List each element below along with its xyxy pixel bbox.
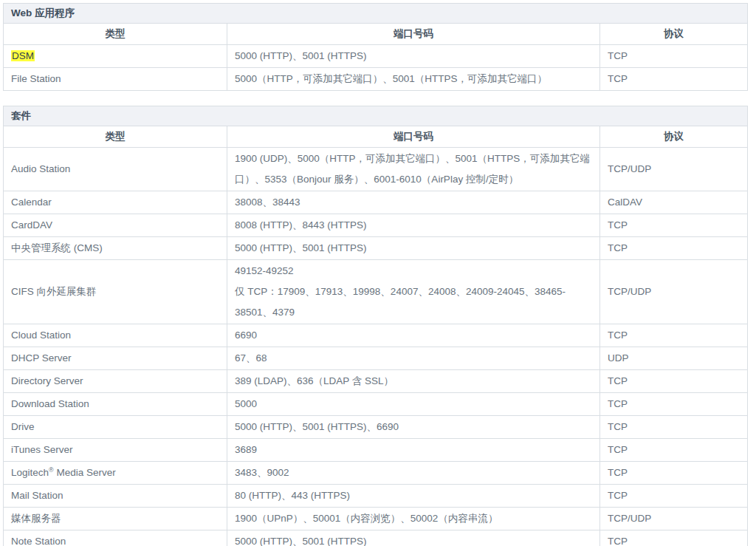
column-header-row: 类型 端口号码 协议 bbox=[4, 24, 748, 45]
ports-cell: 1900 (UDP)、5000（HTTP，可添加其它端口）、5001（HTTPS… bbox=[227, 148, 600, 191]
table-row: CardDAV8008 (HTTP)、8443 (HTTPS)TCP bbox=[4, 214, 748, 237]
web-applications-table: Web 应用程序 类型 端口号码 协议 DSM5000 (HTTP)、5001 … bbox=[3, 3, 748, 91]
protocol-cell: TCP bbox=[600, 416, 748, 439]
table-row: iTunes Server3689TCP bbox=[4, 439, 748, 462]
service-name-cell: Calendar bbox=[4, 191, 227, 214]
table-row: DSM5000 (HTTP)、5001 (HTTPS)TCP bbox=[4, 45, 748, 68]
service-name-cell: Drive bbox=[4, 416, 227, 439]
protocol-cell: TCP/UDP bbox=[600, 260, 748, 324]
table-row: 中央管理系统 (CMS)5000 (HTTP)、5001 (HTTPS)TCP bbox=[4, 237, 748, 260]
column-header-protocol: 协议 bbox=[600, 24, 748, 45]
ports-cell: 5000 (HTTP)、5001 (HTTPS) bbox=[227, 45, 600, 68]
column-header-row: 类型 端口号码 协议 bbox=[4, 126, 748, 148]
registered-trademark-symbol: ® bbox=[49, 466, 54, 474]
section-title-web-apps: Web 应用程序 bbox=[4, 4, 748, 24]
ports-cell: 5000 bbox=[227, 393, 600, 416]
service-name-cell: Cloud Station bbox=[4, 324, 227, 347]
ports-cell: 5000 (HTTP)、5001 (HTTPS) bbox=[227, 237, 600, 260]
ports-cell: 80 (HTTP)、443 (HTTPS) bbox=[227, 485, 600, 508]
column-header-protocol: 协议 bbox=[600, 126, 748, 148]
protocol-cell: CalDAV bbox=[600, 191, 748, 214]
column-header-type: 类型 bbox=[4, 24, 227, 45]
ports-cell: 3689 bbox=[227, 439, 600, 462]
packages-table: 套件 类型 端口号码 协议 Audio Station1900 (UDP)、50… bbox=[3, 106, 748, 546]
port-reference-page: Web 应用程序 类型 端口号码 协议 DSM5000 (HTTP)、5001 … bbox=[0, 0, 756, 546]
protocol-cell: TCP bbox=[600, 214, 748, 237]
service-name-cell: Directory Server bbox=[4, 370, 227, 393]
table-row: DHCP Server67、68UDP bbox=[4, 347, 748, 370]
protocol-cell: TCP bbox=[600, 462, 748, 485]
table-row: Cloud Station6690TCP bbox=[4, 324, 748, 347]
table-row: File Station5000（HTTP，可添加其它端口）、5001（HTTP… bbox=[4, 68, 748, 91]
column-header-type: 类型 bbox=[4, 126, 227, 148]
ports-cell: 5000 (HTTP)、5001 (HTTPS)、6690 bbox=[227, 416, 600, 439]
section-header-row: 套件 bbox=[4, 106, 748, 126]
column-header-ports: 端口号码 bbox=[227, 126, 600, 148]
ports-cell: 389 (LDAP)、636（LDAP 含 SSL） bbox=[227, 370, 600, 393]
table-row: 媒体服务器1900（UPnP）、50001（内容浏览）、50002（内容串流）T… bbox=[4, 508, 748, 530]
service-name-cell: Mail Station bbox=[4, 485, 227, 508]
web-applications-rows: DSM5000 (HTTP)、5001 (HTTPS)TCPFile Stati… bbox=[4, 45, 748, 91]
section-title-packages: 套件 bbox=[4, 106, 748, 126]
ports-cell: 1900（UPnP）、50001（内容浏览）、50002（内容串流） bbox=[227, 508, 600, 530]
ports-cell: 3483、9002 bbox=[227, 462, 600, 485]
table-row: Directory Server389 (LDAP)、636（LDAP 含 SS… bbox=[4, 370, 748, 393]
table-row: Audio Station1900 (UDP)、5000（HTTP，可添加其它端… bbox=[4, 148, 748, 191]
protocol-cell: TCP bbox=[600, 237, 748, 260]
table-row: Mail Station80 (HTTP)、443 (HTTPS)TCP bbox=[4, 485, 748, 508]
search-highlighted-text: DSM bbox=[11, 50, 35, 61]
protocol-cell: TCP bbox=[600, 370, 748, 393]
service-name-cell: CIFS 向外延展集群 bbox=[4, 260, 227, 324]
table-row: Note Station5000 (HTTP)、5001 (HTTPS)TCP bbox=[4, 530, 748, 546]
service-name-cell: Logitech® Media Server bbox=[4, 462, 227, 485]
protocol-cell: TCP bbox=[600, 324, 748, 347]
ports-cell: 6690 bbox=[227, 324, 600, 347]
service-name-cell: 媒体服务器 bbox=[4, 508, 227, 530]
protocol-cell: TCP bbox=[600, 393, 748, 416]
protocol-cell: TCP bbox=[600, 439, 748, 462]
ports-cell: 67、68 bbox=[227, 347, 600, 370]
service-name-cell: Note Station bbox=[4, 530, 227, 546]
protocol-cell: TCP bbox=[600, 68, 748, 91]
ports-cell: 8008 (HTTP)、8443 (HTTPS) bbox=[227, 214, 600, 237]
packages-rows: Audio Station1900 (UDP)、5000（HTTP，可添加其它端… bbox=[4, 148, 748, 546]
service-name-cell: Download Station bbox=[4, 393, 227, 416]
ports-cell: 49152-49252仅 TCP：17909、17913、19998、24007… bbox=[227, 260, 600, 324]
service-name-cell: Audio Station bbox=[4, 148, 227, 191]
table-row: CIFS 向外延展集群49152-49252仅 TCP：17909、17913、… bbox=[4, 260, 748, 324]
protocol-cell: TCP bbox=[600, 530, 748, 546]
ports-cell: 5000 (HTTP)、5001 (HTTPS) bbox=[227, 530, 600, 546]
service-name-cell: CardDAV bbox=[4, 214, 227, 237]
protocol-cell: TCP/UDP bbox=[600, 508, 748, 530]
table-row: Download Station5000TCP bbox=[4, 393, 748, 416]
section-header-row: Web 应用程序 bbox=[4, 4, 748, 24]
ports-cell: 5000（HTTP，可添加其它端口）、5001（HTTPS，可添加其它端口） bbox=[227, 68, 600, 91]
protocol-cell: TCP bbox=[600, 485, 748, 508]
protocol-cell: TCP/UDP bbox=[600, 148, 748, 191]
column-header-ports: 端口号码 bbox=[227, 24, 600, 45]
service-name-cell: 中央管理系统 (CMS) bbox=[4, 237, 227, 260]
service-name-cell: iTunes Server bbox=[4, 439, 227, 462]
service-name-cell: File Station bbox=[4, 68, 227, 91]
protocol-cell: UDP bbox=[600, 347, 748, 370]
service-name-cell: DSM bbox=[4, 45, 227, 68]
ports-cell: 38008、38443 bbox=[227, 191, 600, 214]
protocol-cell: TCP bbox=[600, 45, 748, 68]
service-name-cell: DHCP Server bbox=[4, 347, 227, 370]
table-row: Calendar38008、38443CalDAV bbox=[4, 191, 748, 214]
table-row: Logitech® Media Server3483、9002TCP bbox=[4, 462, 748, 485]
table-row: Drive5000 (HTTP)、5001 (HTTPS)、6690TCP bbox=[4, 416, 748, 439]
